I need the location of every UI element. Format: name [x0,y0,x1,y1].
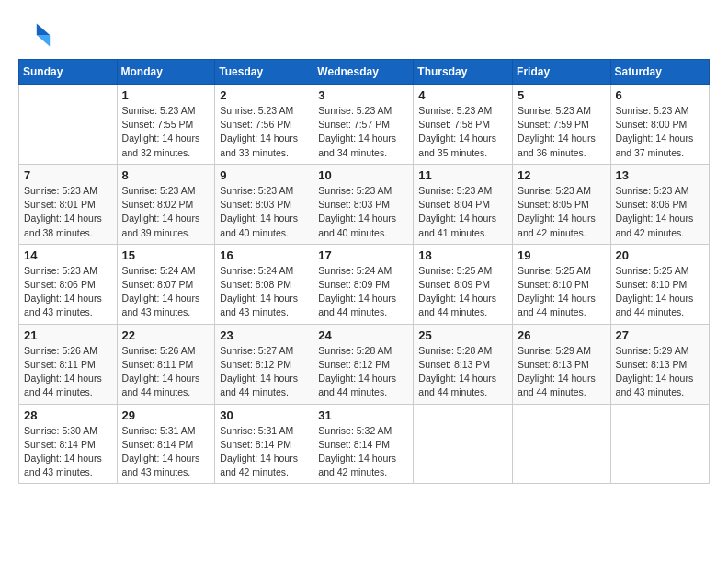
calendar-cell: 13Sunrise: 5:23 AM Sunset: 8:06 PM Dayli… [610,164,709,244]
calendar-cell: 31Sunrise: 5:32 AM Sunset: 8:14 PM Dayli… [313,404,414,484]
day-info: Sunrise: 5:23 AM Sunset: 8:00 PM Dayligh… [616,104,704,160]
calendar-week-1: 1Sunrise: 5:23 AM Sunset: 7:55 PM Daylig… [19,85,710,165]
calendar-table: SundayMondayTuesdayWednesdayThursdayFrid… [18,59,710,484]
day-number: 31 [318,408,408,422]
day-number: 9 [220,168,308,182]
day-info: Sunrise: 5:23 AM Sunset: 8:02 PM Dayligh… [122,184,210,240]
calendar-cell: 19Sunrise: 5:25 AM Sunset: 8:10 PM Dayli… [513,244,611,324]
calendar-cell: 4Sunrise: 5:23 AM Sunset: 7:58 PM Daylig… [414,85,513,165]
day-info: Sunrise: 5:31 AM Sunset: 8:14 PM Dayligh… [220,424,308,480]
calendar-cell: 1Sunrise: 5:23 AM Sunset: 7:55 PM Daylig… [117,85,215,165]
day-info: Sunrise: 5:30 AM Sunset: 8:14 PM Dayligh… [24,424,112,480]
calendar-cell [19,85,118,165]
calendar-cell: 27Sunrise: 5:29 AM Sunset: 8:13 PM Dayli… [610,324,709,404]
day-info: Sunrise: 5:27 AM Sunset: 8:12 PM Dayligh… [220,344,308,400]
day-info: Sunrise: 5:28 AM Sunset: 8:12 PM Dayligh… [318,344,408,400]
day-info: Sunrise: 5:23 AM Sunset: 8:04 PM Dayligh… [418,184,507,240]
day-number: 10 [318,168,408,182]
calendar-cell: 15Sunrise: 5:24 AM Sunset: 8:07 PM Dayli… [117,244,215,324]
day-info: Sunrise: 5:32 AM Sunset: 8:14 PM Dayligh… [318,424,408,480]
day-header-saturday: Saturday [610,60,709,85]
day-number: 23 [220,328,308,342]
calendar-cell: 24Sunrise: 5:28 AM Sunset: 8:12 PM Dayli… [313,324,414,404]
day-number: 22 [122,328,210,342]
day-number: 5 [518,88,606,102]
day-number: 15 [122,248,210,262]
day-number: 29 [122,408,210,422]
day-number: 2 [220,88,308,102]
day-info: Sunrise: 5:23 AM Sunset: 8:06 PM Dayligh… [616,184,704,240]
day-info: Sunrise: 5:23 AM Sunset: 8:05 PM Dayligh… [518,184,606,240]
day-number: 14 [24,248,112,262]
day-number: 4 [418,88,507,102]
day-info: Sunrise: 5:23 AM Sunset: 7:55 PM Dayligh… [122,104,210,160]
day-number: 27 [616,328,704,342]
day-info: Sunrise: 5:23 AM Sunset: 7:57 PM Dayligh… [318,104,408,160]
calendar-cell: 28Sunrise: 5:30 AM Sunset: 8:14 PM Dayli… [19,404,118,484]
day-info: Sunrise: 5:23 AM Sunset: 7:56 PM Dayligh… [220,104,308,160]
calendar-cell: 9Sunrise: 5:23 AM Sunset: 8:03 PM Daylig… [215,164,313,244]
day-number: 30 [220,408,308,422]
calendar-cell [610,404,709,484]
day-number: 28 [24,408,112,422]
calendar-week-5: 28Sunrise: 5:30 AM Sunset: 8:14 PM Dayli… [19,404,710,484]
day-number: 26 [518,328,606,342]
page-header [18,15,710,52]
calendar-cell: 8Sunrise: 5:23 AM Sunset: 8:02 PM Daylig… [117,164,215,244]
day-number: 1 [122,88,210,102]
day-number: 8 [122,168,210,182]
calendar-cell [414,404,513,484]
day-info: Sunrise: 5:31 AM Sunset: 8:14 PM Dayligh… [122,424,210,480]
day-info: Sunrise: 5:23 AM Sunset: 8:06 PM Dayligh… [24,264,112,320]
calendar-header-row: SundayMondayTuesdayWednesdayThursdayFrid… [19,60,710,85]
day-number: 13 [616,168,704,182]
day-header-tuesday: Tuesday [215,60,313,85]
calendar-cell: 16Sunrise: 5:24 AM Sunset: 8:08 PM Dayli… [215,244,313,324]
day-number: 3 [318,88,408,102]
day-info: Sunrise: 5:23 AM Sunset: 7:58 PM Dayligh… [418,104,507,160]
calendar-cell: 21Sunrise: 5:26 AM Sunset: 8:11 PM Dayli… [19,324,118,404]
day-info: Sunrise: 5:29 AM Sunset: 8:13 PM Dayligh… [616,344,704,400]
day-info: Sunrise: 5:23 AM Sunset: 8:01 PM Dayligh… [24,184,112,240]
day-header-friday: Friday [513,60,611,85]
day-number: 12 [518,168,606,182]
calendar-cell: 25Sunrise: 5:28 AM Sunset: 8:13 PM Dayli… [414,324,513,404]
day-info: Sunrise: 5:29 AM Sunset: 8:13 PM Dayligh… [518,344,606,400]
logo [18,18,55,52]
calendar-cell: 23Sunrise: 5:27 AM Sunset: 8:12 PM Dayli… [215,324,313,404]
day-info: Sunrise: 5:23 AM Sunset: 8:03 PM Dayligh… [318,184,408,240]
day-header-sunday: Sunday [19,60,118,85]
calendar-cell: 14Sunrise: 5:23 AM Sunset: 8:06 PM Dayli… [19,244,118,324]
day-info: Sunrise: 5:25 AM Sunset: 8:10 PM Dayligh… [616,264,704,320]
day-info: Sunrise: 5:28 AM Sunset: 8:13 PM Dayligh… [418,344,507,400]
day-number: 21 [24,328,112,342]
day-number: 24 [318,328,408,342]
day-info: Sunrise: 5:26 AM Sunset: 8:11 PM Dayligh… [122,344,210,400]
day-number: 18 [418,248,507,262]
day-number: 20 [616,248,704,262]
calendar-week-3: 14Sunrise: 5:23 AM Sunset: 8:06 PM Dayli… [19,244,710,324]
calendar-cell: 12Sunrise: 5:23 AM Sunset: 8:05 PM Dayli… [513,164,611,244]
day-number: 17 [318,248,408,262]
calendar-cell: 7Sunrise: 5:23 AM Sunset: 8:01 PM Daylig… [19,164,118,244]
day-number: 11 [418,168,507,182]
calendar-cell: 20Sunrise: 5:25 AM Sunset: 8:10 PM Dayli… [610,244,709,324]
logo-icon [18,18,51,52]
day-number: 7 [24,168,112,182]
day-header-monday: Monday [117,60,215,85]
day-header-thursday: Thursday [414,60,513,85]
calendar-cell: 11Sunrise: 5:23 AM Sunset: 8:04 PM Dayli… [414,164,513,244]
calendar-cell: 26Sunrise: 5:29 AM Sunset: 8:13 PM Dayli… [513,324,611,404]
day-info: Sunrise: 5:25 AM Sunset: 8:10 PM Dayligh… [518,264,606,320]
calendar-cell: 17Sunrise: 5:24 AM Sunset: 8:09 PM Dayli… [313,244,414,324]
day-info: Sunrise: 5:24 AM Sunset: 8:08 PM Dayligh… [220,264,308,320]
day-number: 16 [220,248,308,262]
svg-marker-1 [37,35,50,47]
calendar-cell: 5Sunrise: 5:23 AM Sunset: 7:59 PM Daylig… [513,85,611,165]
day-info: Sunrise: 5:23 AM Sunset: 8:03 PM Dayligh… [220,184,308,240]
day-info: Sunrise: 5:26 AM Sunset: 8:11 PM Dayligh… [24,344,112,400]
svg-marker-0 [37,23,50,35]
calendar-cell: 10Sunrise: 5:23 AM Sunset: 8:03 PM Dayli… [313,164,414,244]
day-number: 6 [616,88,704,102]
day-number: 19 [518,248,606,262]
